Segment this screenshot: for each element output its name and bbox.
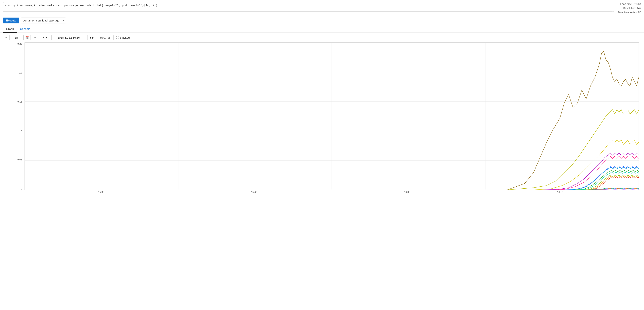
chart-svg [25,43,639,190]
stacked-button[interactable]: stacked [114,35,132,40]
x-label-1615: 16:15 [557,191,563,193]
stacked-label: stacked [120,36,130,39]
total-series: Total time series: 67 [618,11,641,15]
toolbar: Execute container_cpu_load_average_ [0,16,644,24]
y-axis-labels: 0 0.05 0.1 0.15 0.2 0.25 [14,43,24,190]
zoom-out-button[interactable]: − [3,35,10,40]
tabs-bar: Graph Console [0,24,644,33]
datetime-display: 2018-11-12 16:16 [51,35,86,40]
zoom-in-button[interactable]: + [32,35,38,40]
tab-graph[interactable]: Graph [3,26,17,33]
time-range-display: 1h [11,35,22,40]
y-label-1: 0.05 [14,158,22,161]
stacked-icon [116,36,119,39]
y-label-3: 0.15 [14,100,22,103]
top-bar: sum by (pod_name)( rate(container_cpu_us… [0,0,644,16]
resolution: Resolution: 14s [618,6,641,11]
meta-info: Load time: 725ms Resolution: 14s Total t… [618,2,641,15]
x-axis-labels: 15:30 15:45 16:00 16:15 [25,190,637,193]
x-label-1600: 16:00 [404,191,410,193]
metric-select[interactable]: container_cpu_load_average_ [21,18,66,24]
y-label-5: 0.25 [14,43,22,45]
chart-area: 0 0.05 0.1 0.15 0.2 0.25 [0,43,644,196]
y-label-4: 0.2 [14,71,22,74]
forward-button[interactable]: ▶▶ [87,35,96,40]
query-input[interactable]: sum by (pod_name)( rate(container_cpu_us… [3,2,614,12]
resolution-button[interactable]: Res. (s) [98,35,112,40]
tab-console[interactable]: Console [17,26,33,33]
y-label-0: 0 [14,187,22,190]
y-label-2: 0.1 [14,129,22,132]
calendar-button[interactable]: 📅 [24,35,31,40]
chart-container: 0 0.05 0.1 0.15 0.2 0.25 [14,43,639,190]
chart-wrapper: 0 0.05 0.1 0.15 0.2 0.25 [14,43,639,193]
graph-controls: − 1h 📅 + ◄◄ 2018-11-12 16:16 ▶▶ Res. (s)… [0,33,644,43]
load-time: Load time: 725ms [618,2,641,6]
back-button[interactable]: ◄◄ [40,35,50,40]
x-label-1530: 15:30 [98,191,104,193]
x-label-1545: 15:45 [251,191,257,193]
execute-button[interactable]: Execute [3,18,19,24]
